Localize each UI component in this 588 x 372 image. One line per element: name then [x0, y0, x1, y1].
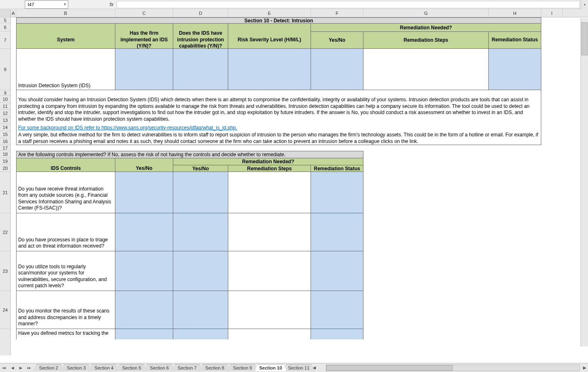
- ids-remediation-steps[interactable]: [363, 49, 489, 90]
- row-header[interactable]: 14: [0, 124, 10, 131]
- control-question[interactable]: Have you defined metrics for tracking th…: [16, 329, 115, 339]
- control-yesno[interactable]: [115, 172, 173, 213]
- row-header[interactable]: 19: [0, 158, 10, 165]
- row-header[interactable]: 15: [0, 131, 10, 138]
- control-remed-yesno[interactable]: [173, 172, 228, 213]
- control-remed-status[interactable]: [311, 213, 363, 251]
- control-remed-yesno[interactable]: [173, 291, 228, 329]
- control-yesno[interactable]: [115, 329, 173, 339]
- horizontal-scrollbar[interactable]: [326, 365, 580, 371]
- header2-steps[interactable]: Remediation Steps: [228, 165, 311, 172]
- ids-remediation-yesno[interactable]: [311, 49, 363, 90]
- header-implemented-label[interactable]: Has the firm implemented an IDS (Y/N)?: [115, 31, 173, 49]
- col-header[interactable]: G: [363, 9, 489, 17]
- tab-nav-last-icon[interactable]: ⏭: [25, 364, 33, 372]
- header2-controls-top[interactable]: [16, 158, 115, 165]
- control-remed-steps[interactable]: [228, 329, 311, 339]
- control-remed-yesno[interactable]: [173, 329, 228, 339]
- row-header[interactable]: 16: [0, 138, 10, 145]
- sheet-tab[interactable]: Section 5: [116, 364, 147, 371]
- row-header[interactable]: 10: [0, 96, 10, 103]
- control-remed-status[interactable]: [311, 172, 363, 213]
- tab-nav-first-icon[interactable]: ⏮: [0, 364, 8, 372]
- formula-bar-expand-icon[interactable]: ▾: [581, 0, 588, 9]
- formula-input[interactable]: [117, 1, 580, 8]
- control-yesno[interactable]: [115, 291, 173, 329]
- section-title[interactable]: Section 10 - Detect: Intrusion: [16, 17, 541, 23]
- control-remed-steps[interactable]: [228, 172, 311, 213]
- sheet-tab[interactable]: Section 4: [88, 364, 120, 371]
- ids-implemented-cell[interactable]: [115, 49, 173, 90]
- header2-yesno2[interactable]: Yes/No: [173, 165, 228, 172]
- control-question[interactable]: Do you monitor the results of these scan…: [16, 291, 115, 329]
- col-header[interactable]: A: [11, 9, 16, 17]
- control-remed-status[interactable]: [311, 251, 363, 291]
- vertical-scrollbar[interactable]: [581, 18, 588, 346]
- sheet-tab[interactable]: Section 2: [33, 364, 64, 371]
- row-header[interactable]: 17: [0, 145, 10, 151]
- row-header[interactable]: 18: [0, 151, 10, 158]
- fx-icon[interactable]: fx: [110, 2, 113, 7]
- sheet-tab-active[interactable]: Section 10: [255, 364, 287, 371]
- col-header[interactable]: C: [115, 9, 173, 17]
- col-header[interactable]: D: [173, 9, 228, 17]
- col-header[interactable]: F: [311, 9, 363, 17]
- sheet-tab[interactable]: Section 3: [61, 364, 92, 371]
- tab-scroll-right-icon[interactable]: ▶: [581, 365, 588, 370]
- control-yesno[interactable]: [115, 213, 173, 251]
- col-header[interactable]: E: [228, 9, 311, 17]
- table2-title[interactable]: Are the following controls implemented? …: [16, 151, 363, 158]
- row-header[interactable]: 5: [0, 17, 10, 23]
- name-box[interactable]: I47 ▼: [25, 0, 68, 9]
- row-header[interactable]: 6: [0, 23, 10, 31]
- header-steps[interactable]: Remediation Steps: [363, 31, 489, 49]
- header-protection-label[interactable]: Does the IDS have intrusion protection c…: [173, 31, 228, 49]
- col-header[interactable]: I: [541, 9, 563, 17]
- row-header[interactable]: 20: [0, 165, 10, 172]
- tab-nav-prev-icon[interactable]: ◀: [8, 364, 17, 372]
- ids-remediation-status[interactable]: [489, 49, 541, 90]
- paragraph-ids-info[interactable]: You should consider having an Intrusion …: [16, 96, 541, 124]
- select-all-corner[interactable]: [0, 9, 10, 17]
- sheet-tab[interactable]: Section 6: [144, 364, 175, 371]
- control-remed-yesno[interactable]: [173, 213, 228, 251]
- col-header[interactable]: B: [16, 9, 115, 17]
- row-header[interactable]: 24: [0, 291, 10, 329]
- header2-remediation[interactable]: Remediation Needed?: [173, 158, 363, 165]
- ids-risk-cell[interactable]: [228, 49, 311, 90]
- control-remed-steps[interactable]: [228, 251, 311, 291]
- control-question[interactable]: Do you have receive threat information f…: [16, 172, 115, 213]
- header-risk[interactable]: [228, 23, 311, 31]
- row-header[interactable]: 22: [0, 213, 10, 251]
- header-system[interactable]: [16, 23, 115, 31]
- control-remed-status[interactable]: [311, 291, 363, 329]
- control-remed-steps[interactable]: [228, 291, 311, 329]
- control-remed-status[interactable]: [311, 329, 363, 339]
- sheet-tab[interactable]: Section 9: [227, 364, 258, 371]
- header2-yesno-top[interactable]: [115, 158, 173, 165]
- header2-controls[interactable]: IDS Controls: [16, 165, 115, 172]
- col-header[interactable]: H: [489, 9, 541, 17]
- row-header[interactable]: 7: [0, 31, 10, 49]
- row-header[interactable]: 13: [0, 117, 10, 124]
- ids-system-label[interactable]: Intrusion Detection System (IDS): [16, 49, 115, 90]
- ids-protection-cell[interactable]: [173, 49, 228, 90]
- row-header[interactable]: 12: [0, 110, 10, 117]
- row-header[interactable]: 21: [0, 172, 10, 213]
- control-remed-yesno[interactable]: [173, 251, 228, 291]
- sheet-tab[interactable]: Section 7: [172, 364, 203, 371]
- row-header[interactable]: 9: [0, 90, 10, 96]
- header-risk-label[interactable]: Risk Severity Level (H/M/L): [228, 31, 311, 49]
- row-header[interactable]: 8: [0, 49, 10, 90]
- control-yesno[interactable]: [115, 251, 173, 291]
- row-header[interactable]: 11: [0, 103, 10, 110]
- header-yesno[interactable]: Yes/No: [311, 31, 363, 49]
- header-remediation[interactable]: Remediation Needed?: [311, 23, 541, 31]
- sheet-tab[interactable]: Section 11: [283, 364, 314, 371]
- tab-nav-next-icon[interactable]: ▶: [17, 364, 25, 372]
- dropdown-icon[interactable]: ▼: [63, 2, 67, 6]
- header2-status[interactable]: Remediation Status: [311, 165, 363, 172]
- control-remed-steps[interactable]: [228, 213, 311, 251]
- scrollbar-thumb[interactable]: [581, 22, 588, 55]
- sheet-tab[interactable]: Section 8: [199, 364, 230, 371]
